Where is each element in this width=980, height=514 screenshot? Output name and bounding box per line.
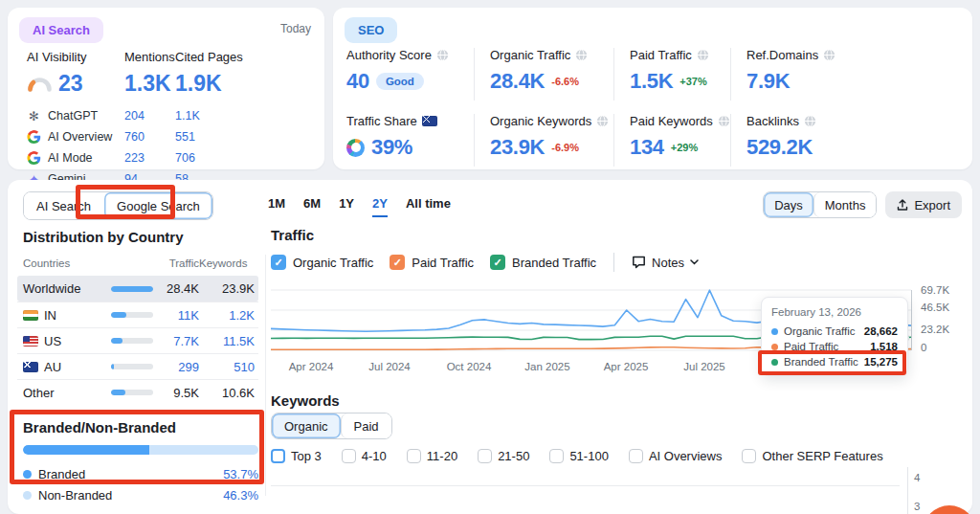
legend-organic-traffic[interactable]: ✓Organic Traffic (271, 255, 373, 270)
country-keywords-value[interactable]: 510 (199, 360, 255, 374)
metric-value: 39% (371, 135, 412, 160)
metric-value: 529.2K (746, 135, 813, 160)
branded-percentage[interactable]: 53.7% (223, 467, 258, 481)
country-traffic-value: 28.4K (161, 281, 199, 296)
filter-other-serp-features[interactable]: Other SERP Features (742, 449, 882, 463)
search-source-tabs: AI SearchGoogle Search (23, 191, 213, 220)
gauge-icon (27, 76, 53, 92)
provider-ai-overview: AI Overview (27, 126, 124, 147)
cited-pages-total: 1.9K (175, 71, 315, 105)
ai-visibility-total: 23 (27, 71, 124, 105)
time-range-6m[interactable]: 6M (303, 196, 321, 217)
info-globe-icon (804, 115, 816, 127)
info-globe-icon (718, 115, 730, 127)
filter-ai-overviews[interactable]: AI Overviews (629, 449, 723, 463)
checkbox-unchecked-icon[interactable] (342, 449, 356, 463)
country-row-other[interactable]: Other9.5K10.6K (17, 379, 258, 405)
keywords-tab-organic[interactable]: Organic (272, 413, 341, 438)
branded-row-branded: Branded53.7% (23, 463, 258, 484)
metric-value: 7.9K (746, 69, 790, 94)
seo-card: SEO Authority Score40GoodOrganic Traffic… (333, 8, 972, 169)
branded-row-non-branded: Non-Branded46.3% (23, 484, 258, 505)
filter-4-10[interactable]: 4-10 (342, 449, 387, 463)
country-traffic-value[interactable]: 299 (161, 360, 199, 374)
mentions-header: Mentions (124, 50, 175, 71)
filter-51-100[interactable]: 51-100 (549, 449, 608, 463)
keywords-col-header: Keywords (199, 257, 255, 269)
legend-branded-traffic[interactable]: ✓Branded Traffic (490, 255, 596, 270)
au-flag-icon (422, 116, 437, 126)
tab-ai-search[interactable]: AI Search (24, 192, 103, 219)
country-traffic-value[interactable]: 11K (161, 308, 199, 323)
export-label: Export (914, 198, 950, 212)
checkbox-checked-icon[interactable]: ✓ (271, 255, 286, 270)
export-button[interactable]: Export (885, 191, 962, 218)
time-range-all-time[interactable]: All time (406, 196, 451, 217)
time-range-1y[interactable]: 1Y (339, 196, 354, 217)
country-traffic-value[interactable]: 7.7K (161, 334, 199, 348)
time-range-2y[interactable]: 2Y (372, 196, 388, 217)
country-row-in[interactable]: IN11K1.2K (17, 302, 258, 327)
checkbox-unchecked-icon[interactable] (742, 449, 756, 463)
mini-axis-label: 3 (914, 501, 920, 512)
checkbox-unchecked-icon[interactable] (478, 449, 492, 463)
time-range-1m[interactable]: 1M (268, 196, 285, 217)
seo-metrics-grid: Authority Score40GoodOrganic Traffic28.4… (346, 48, 965, 167)
y-tick-label: 46.5K (921, 302, 949, 313)
delta-value: -6.9% (551, 142, 579, 153)
legend-paid-traffic[interactable]: ✓Paid Traffic (390, 255, 474, 270)
granularity-months[interactable]: Months (813, 192, 877, 217)
metric-value: 23.9K (490, 135, 545, 160)
traffic-share-bar (111, 286, 153, 292)
chart-controls: DaysMonths Export (763, 191, 962, 218)
ai-metrics-grid: AI Visibility Mentions Cited Pages 23 1.… (27, 50, 315, 190)
metric-backlinks: Backlinks529.2K (730, 114, 965, 167)
provider-mentions[interactable]: 204 (124, 109, 175, 123)
chart-hover-line (911, 290, 912, 350)
tab-google-search[interactable]: Google Search (103, 192, 212, 219)
tab-ai-search-card[interactable]: AI Search (19, 17, 103, 43)
country-keywords-value[interactable]: 11.5K (199, 334, 255, 348)
keywords-tab-paid[interactable]: Paid (341, 413, 391, 438)
mini-chart-gridline (271, 485, 900, 486)
info-globe-icon (575, 49, 588, 61)
country-keywords-value[interactable]: 1.2K (199, 308, 255, 323)
x-tick-label: Apr 2024 (280, 361, 342, 372)
country-row-us[interactable]: US7.7K11.5K (17, 327, 258, 353)
legend-divider (613, 253, 614, 272)
checkbox-checked-icon[interactable]: ✓ (490, 255, 505, 270)
country-traffic-value: 9.5K (161, 386, 199, 400)
ai-visibility-header: AI Visibility (27, 50, 124, 71)
provider-mentions[interactable]: 760 (124, 130, 175, 144)
keywords-section-title: Keywords (271, 392, 340, 409)
legend-dot (23, 470, 32, 479)
filter-21-50[interactable]: 21-50 (478, 449, 529, 463)
traffic-share-bar (111, 390, 153, 395)
country-row-worldwide[interactable]: Worldwide28.4K23.9K (17, 276, 258, 302)
checkbox-unchecked-icon[interactable] (271, 449, 285, 463)
traffic-share-donut-icon (346, 139, 365, 157)
countries-col-header: Countries (23, 257, 111, 269)
branded-section-title: Branded/Non-Branded (23, 419, 176, 436)
country-row-au[interactable]: AU299510 (17, 353, 258, 379)
tab-seo-card[interactable]: SEO (345, 17, 397, 43)
metric-value: 28.4K (490, 69, 545, 94)
notes-dropdown[interactable]: Notes (632, 256, 699, 270)
info-globe-icon (596, 115, 609, 127)
provider-mentions[interactable]: 223 (124, 151, 175, 165)
checkbox-unchecked-icon[interactable] (549, 449, 564, 463)
mini-axis-label: 4 (914, 472, 920, 483)
filter-11-20[interactable]: 11-20 (407, 449, 457, 463)
country-section-title: Distribution by Country (23, 229, 184, 245)
checkbox-unchecked-icon[interactable] (407, 449, 421, 463)
provider-cited[interactable]: 706 (175, 151, 315, 165)
checkbox-unchecked-icon[interactable] (629, 449, 643, 463)
provider-cited[interactable]: 1.1K (175, 109, 315, 123)
branded-percentage[interactable]: 46.3% (223, 488, 258, 503)
provider-cited[interactable]: 551 (175, 130, 315, 144)
checkbox-checked-icon[interactable]: ✓ (390, 255, 405, 270)
granularity-days[interactable]: Days (764, 192, 813, 217)
filter-top-3[interactable]: Top 3 (271, 449, 322, 463)
ai-search-card: AI Search Today AI Visibility Mentions C… (8, 8, 324, 169)
us-flag-icon (23, 336, 38, 346)
